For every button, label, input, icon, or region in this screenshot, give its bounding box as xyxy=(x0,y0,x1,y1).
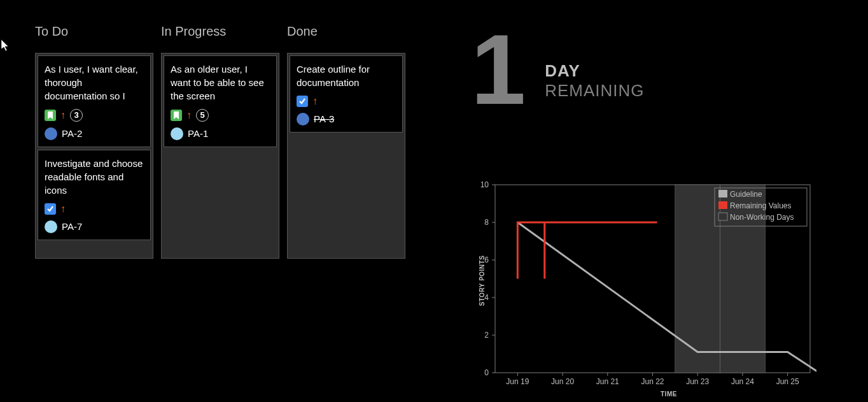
y-tick-label: 0 xyxy=(484,368,489,377)
card-assignee-row: PA-1 xyxy=(171,127,270,140)
avatar xyxy=(297,113,309,126)
issue-key: PA-3 xyxy=(314,112,334,126)
x-tick-label: Jun 23 xyxy=(686,377,709,386)
issue-key: PA-2 xyxy=(62,127,82,140)
task-icon xyxy=(45,203,56,215)
legend-swatch xyxy=(718,201,727,209)
x-tick-label: Jun 19 xyxy=(506,377,529,386)
card-title: As an older user, I want to be able to s… xyxy=(171,62,270,103)
chart-xlabel: TIME xyxy=(661,391,677,398)
x-tick-label: Jun 21 xyxy=(596,377,619,386)
countdown-day: DAY xyxy=(545,61,644,81)
x-tick-label: Jun 25 xyxy=(776,377,799,386)
card-meta-row: ↑3 xyxy=(45,109,144,122)
chart-ylabel: STORY POINTS xyxy=(479,255,486,306)
legend-swatch xyxy=(718,190,727,197)
column: To DoAs I user, I want clear, thorough d… xyxy=(35,24,153,259)
legend-label: Non-Working Days xyxy=(730,213,794,222)
countdown: 1 DAY REMAINING xyxy=(471,24,645,116)
card-assignee-row: PA-3 xyxy=(297,112,396,126)
avatar xyxy=(171,127,183,140)
story-icon xyxy=(171,110,182,121)
card-meta-row: ↑5 xyxy=(171,109,270,122)
column-body[interactable]: As I user, I want clear, thorough docume… xyxy=(35,53,153,259)
card[interactable]: Create outline for documentation↑PA-3 xyxy=(290,55,403,133)
story-icon xyxy=(45,110,56,121)
legend-label: Guideline xyxy=(730,190,762,199)
x-tick-label: Jun 22 xyxy=(641,377,664,386)
burndown-chart: STORY POINTS TIME 0246810Jun 19Jun 20Jun… xyxy=(463,182,823,398)
mouse-cursor-icon xyxy=(1,39,10,52)
avatar xyxy=(45,220,57,233)
burndown-chart-svg: 0246810Jun 19Jun 20Jun 21Jun 22Jun 23Jun… xyxy=(463,182,816,389)
column: In ProgressAs an older user, I want to b… xyxy=(161,24,279,259)
column-title: Done xyxy=(287,24,405,39)
avatar xyxy=(45,127,57,140)
non-working-day-band xyxy=(675,185,720,373)
column: DoneCreate outline for documentation↑PA-… xyxy=(287,24,405,259)
column-body[interactable]: As an older user, I want to be able to s… xyxy=(161,53,279,259)
estimate-badge: 3 xyxy=(70,109,83,122)
priority-up-icon: ↑ xyxy=(312,96,318,106)
card-meta-row: ↑ xyxy=(45,203,144,215)
priority-up-icon: ↑ xyxy=(186,110,192,120)
issue-key: PA-1 xyxy=(188,127,208,140)
card-title: Investigate and choose readable fonts an… xyxy=(45,157,144,197)
countdown-number: 1 xyxy=(471,24,526,116)
card[interactable]: As I user, I want clear, thorough docume… xyxy=(38,55,151,147)
task-icon xyxy=(297,96,308,107)
column-title: In Progress xyxy=(161,24,279,39)
kanban-board: To DoAs I user, I want clear, thorough d… xyxy=(35,24,405,259)
priority-up-icon: ↑ xyxy=(60,110,66,120)
card-assignee-row: PA-2 xyxy=(45,127,144,140)
column-body[interactable]: Create outline for documentation↑PA-3 xyxy=(287,53,405,259)
countdown-remaining: REMAINING xyxy=(545,81,644,101)
y-tick-label: 2 xyxy=(484,331,489,340)
priority-up-icon: ↑ xyxy=(60,204,66,214)
x-tick-label: Jun 24 xyxy=(731,377,754,386)
column-title: To Do xyxy=(35,24,153,39)
y-tick-label: 8 xyxy=(484,218,489,227)
card[interactable]: Investigate and choose readable fonts an… xyxy=(38,150,151,240)
issue-key: PA-7 xyxy=(62,220,82,233)
estimate-badge: 5 xyxy=(196,109,209,122)
remaining-values-line xyxy=(517,222,657,279)
y-tick-label: 10 xyxy=(480,182,489,189)
x-tick-label: Jun 20 xyxy=(551,377,574,386)
card-title: Create outline for documentation xyxy=(297,62,396,89)
card[interactable]: As an older user, I want to be able to s… xyxy=(164,55,277,147)
card-assignee-row: PA-7 xyxy=(45,220,144,233)
legend-label: Remaining Values xyxy=(730,201,792,210)
card-meta-row: ↑ xyxy=(297,96,396,107)
guideline-line xyxy=(517,222,816,373)
legend-swatch xyxy=(718,213,727,220)
countdown-label: DAY REMAINING xyxy=(545,61,644,101)
card-title: As I user, I want clear, thorough docume… xyxy=(45,62,144,103)
